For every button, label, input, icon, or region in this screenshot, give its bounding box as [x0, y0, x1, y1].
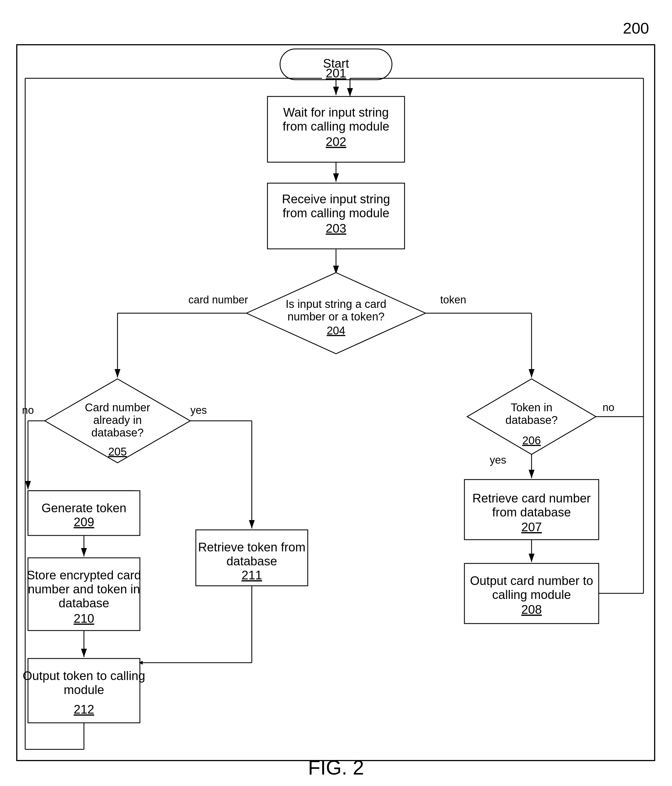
diamond-205-text-1: Card number: [85, 401, 150, 413]
store-text-2: number and token in: [28, 582, 140, 596]
diagram-number: 200: [623, 19, 649, 37]
generate-token-id: 209: [74, 515, 94, 529]
wait-text-1: Wait for input string: [283, 105, 389, 119]
receive-text-2: from calling module: [283, 206, 389, 220]
generate-token-text: Generate token: [41, 501, 126, 515]
fig-label: FIG. 2: [308, 756, 364, 779]
store-id: 210: [74, 612, 94, 625]
retrieve-token-id: 211: [241, 568, 262, 582]
retrieve-card-text-1: Retrieve card number: [472, 491, 590, 505]
receive-text-1: Receive input string: [282, 192, 390, 206]
diamond-206-text-1: Token in: [511, 401, 552, 413]
store-text-1: Store encrypted card: [27, 568, 141, 582]
diamond-204-id: 204: [327, 324, 346, 336]
retrieve-card-id: 207: [521, 520, 541, 534]
retrieve-token-text-1: Retrieve token from: [198, 540, 305, 554]
output-token-text-1: Output token to calling: [23, 669, 145, 682]
diamond-204-text-2: number or a token?: [288, 310, 385, 323]
retrieve-card-text-2: from database: [492, 505, 571, 519]
wait-text-2: from calling module: [283, 119, 389, 133]
output-card-id: 208: [521, 602, 541, 616]
no-label-205: no: [22, 404, 34, 416]
output-card-text-1: Output card number to: [470, 574, 593, 588]
diamond-205-id: 205: [108, 445, 127, 458]
output-card-text-2: calling module: [492, 588, 571, 602]
no-label-206: no: [603, 401, 614, 413]
output-token-text-2: module: [64, 683, 104, 696]
store-text-3: database: [58, 596, 109, 610]
retrieve-token-text-2: database: [226, 554, 277, 568]
flowchart-diagram: 200 Start 201 Wait for input string from…: [0, 0, 672, 786]
yes-label-206: yes: [489, 454, 506, 466]
start-id: 201: [326, 66, 346, 80]
diamond-205-text-3: database?: [91, 426, 144, 439]
token-label: token: [441, 294, 466, 306]
diamond-206-id: 206: [522, 434, 541, 446]
wait-id: 202: [326, 135, 346, 148]
yes-label-205: yes: [190, 404, 207, 416]
receive-id: 203: [326, 222, 346, 235]
diamond-206-text-2: database?: [505, 414, 558, 426]
card-number-label: card number: [188, 294, 248, 306]
output-token-id: 212: [74, 703, 94, 716]
diamond-205-text-2: already in: [93, 414, 142, 426]
diamond-204-text-1: Is input string a card: [286, 298, 386, 310]
